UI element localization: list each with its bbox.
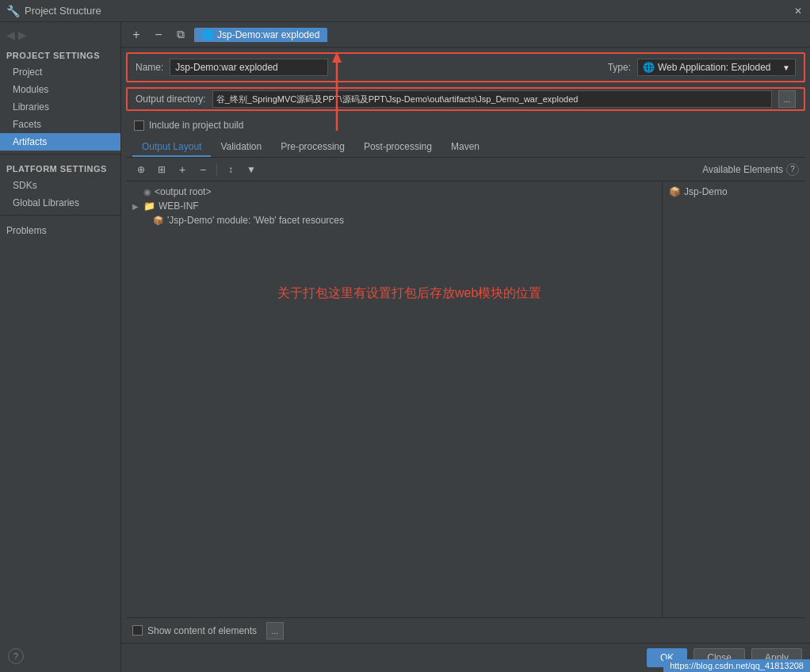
help-button[interactable]: ? (8, 648, 24, 664)
content-area: + − ⧉ 🌐 Jsp-Demo:war exploded Name: Jsp-… (121, 22, 810, 672)
tree-item-label: WEB-INF (159, 200, 199, 212)
sidebar-item-label: Artifacts (13, 136, 47, 147)
sidebar-item-project[interactable]: Project (0, 63, 120, 81)
sidebar-item-label: Libraries (13, 101, 49, 113)
tree-item-web-inf[interactable]: ▶ 📁 WEB-INF (129, 199, 659, 213)
artifact-tab-icon: 🌐 (202, 29, 214, 40)
two-panel: ◉ <output root> ▶ 📁 WEB-INF 📦 'Jsp-Demo'… (126, 181, 805, 617)
sidebar-item-modules[interactable]: Modules (0, 81, 120, 98)
add-btn2[interactable]: + (174, 161, 191, 178)
sidebar-item-label: SDKs (13, 180, 37, 191)
artifact-tab[interactable]: 🌐 Jsp-Demo:war exploded (194, 28, 327, 42)
dropdown-arrow-icon: ▼ (782, 63, 790, 72)
tab-maven[interactable]: Maven (441, 138, 489, 157)
remove-element-button[interactable]: − (194, 161, 212, 178)
add-dir-button[interactable]: ⊞ (153, 161, 170, 178)
tree-item-label: <output root> (155, 186, 211, 197)
include-build-row: Include in project build (126, 116, 805, 135)
tree-item-output-root[interactable]: ◉ <output root> (129, 185, 659, 199)
move-button[interactable]: ↕ (222, 161, 239, 178)
available-item-icon: 📦 (669, 186, 681, 197)
module-icon: 📦 (153, 216, 164, 226)
toolbar-separator (216, 163, 217, 176)
close-button[interactable]: ✕ (793, 6, 804, 17)
tabs-row: Output Layout Validation Pre-processing … (126, 138, 805, 158)
sidebar-divider (0, 154, 120, 155)
forward-button[interactable]: ▶ (18, 29, 27, 41)
sidebar-item-global-libraries[interactable]: Global Libraries (0, 194, 120, 212)
title-bar-left: 🔧 Project Structure (6, 5, 101, 17)
expand-icon: ▶ (132, 202, 140, 211)
include-build-label: Include in project build (149, 120, 243, 131)
show-content-checkbox[interactable] (132, 625, 143, 636)
output-root-icon: ◉ (143, 187, 151, 197)
sidebar-nav: ◀ ▶ (0, 25, 120, 44)
link-url: https://blog.csdn.net/qq_41813208 (670, 661, 804, 670)
sidebar-item-artifacts[interactable]: Artifacts (0, 133, 120, 151)
help-icon[interactable]: ? (786, 163, 799, 176)
inner-toolbar: ⊕ ⊞ + − ↕ ▼ Available Elements ? (126, 158, 805, 181)
output-layout-tree: ◉ <output root> ▶ 📁 WEB-INF 📦 'Jsp-Demo'… (126, 181, 663, 617)
add-artifact-button[interactable]: + (128, 26, 145, 44)
output-dir-label: Output directory: (136, 94, 206, 105)
sidebar-item-problems[interactable]: Problems (0, 219, 120, 239)
type-dropdown[interactable]: 🌐 Web Application: Exploded ▼ (637, 59, 796, 76)
artifact-tab-label: Jsp-Demo:war exploded (217, 29, 319, 40)
bottom-bar: Show content of elements ... (126, 617, 805, 643)
name-input[interactable]: Jsp-Demo:war exploded (170, 59, 328, 76)
link-bar: https://blog.csdn.net/qq_41813208 (663, 659, 810, 672)
tree-item-label: 'Jsp-Demo' module: 'Web' facet resources (167, 215, 344, 226)
folder-icon: 📁 (143, 200, 155, 212)
back-button[interactable]: ◀ (6, 29, 15, 41)
remove-artifact-button[interactable]: − (150, 26, 167, 44)
sidebar-item-facets[interactable]: Facets (0, 116, 120, 133)
browse-button[interactable]: ... (778, 90, 796, 108)
tab-output-layout[interactable]: Output Layout (132, 138, 211, 157)
sidebar-item-label: Project (13, 67, 42, 78)
type-label: Type: (608, 62, 631, 73)
add-element-button[interactable]: ⊕ (132, 161, 150, 178)
name-type-row: Name: Jsp-Demo:war exploded Type: 🌐 Web … (126, 52, 805, 82)
sidebar-item-libraries[interactable]: Libraries (0, 98, 120, 116)
window-title: Project Structure (25, 5, 101, 17)
title-bar: 🔧 Project Structure ✕ (0, 0, 810, 22)
available-item-label: Jsp-Demo (684, 186, 728, 197)
tab-post-processing[interactable]: Post-processing (354, 138, 441, 157)
available-elements-panel: 📦 Jsp-Demo (663, 181, 805, 617)
sidebar-item-label: Modules (13, 84, 48, 95)
show-content-row: Show content of elements (132, 625, 257, 636)
tree-item-facet-resources[interactable]: 📦 'Jsp-Demo' module: 'Web' facet resourc… (129, 213, 659, 227)
copy-artifact-button[interactable]: ⧉ (172, 26, 189, 44)
sidebar-item-label: Global Libraries (13, 197, 79, 208)
output-dir-input[interactable]: 谷_终别_SpringMVC源码及PPT\源码及PPT\Jsp-Demo\out… (212, 90, 772, 108)
top-toolbar: + − ⧉ 🌐 Jsp-Demo:war exploded (121, 22, 810, 48)
sidebar-divider-2 (0, 215, 120, 216)
include-build-checkbox[interactable] (134, 120, 144, 131)
dropdown-button[interactable]: ▼ (243, 161, 260, 178)
sidebar-item-label: Facets (13, 119, 41, 130)
app-icon: 🔧 (6, 5, 20, 17)
title-bar-controls[interactable]: ✕ (793, 6, 804, 17)
sidebar: ◀ ▶ Project Settings Project Modules Lib… (0, 22, 121, 672)
sidebar-item-sdks[interactable]: SDKs (0, 177, 120, 194)
name-label: Name: (136, 62, 163, 73)
available-item-jsp-demo[interactable]: 📦 Jsp-Demo (666, 185, 802, 199)
main-layout: ◀ ▶ Project Settings Project Modules Lib… (0, 22, 810, 672)
show-content-label: Show content of elements (147, 625, 257, 636)
tab-validation[interactable]: Validation (211, 138, 271, 157)
tab-pre-processing[interactable]: Pre-processing (271, 138, 354, 157)
project-settings-header: Project Settings (0, 44, 120, 63)
available-elements-label: Available Elements ? (702, 163, 799, 176)
more-button[interactable]: ... (266, 622, 284, 640)
platform-settings-header: Platform Settings (0, 158, 120, 177)
type-icon: 🌐 (643, 62, 655, 73)
output-dir-row: Output directory: 谷_终别_SpringMVC源码及PPT\源… (126, 87, 805, 111)
